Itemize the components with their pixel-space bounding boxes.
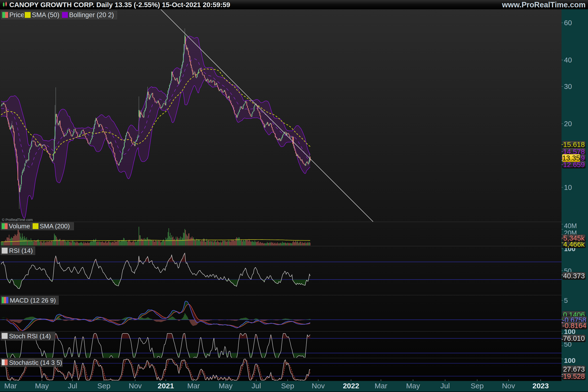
svg-text:-0.8164: -0.8164 — [562, 322, 586, 330]
svg-text:© ProRealTime.com: © ProRealTime.com — [2, 218, 33, 222]
svg-text:Volume: Volume — [9, 222, 30, 230]
svg-text:May: May — [219, 382, 233, 390]
svg-text:40M: 40M — [564, 222, 577, 230]
svg-text:100: 100 — [564, 357, 576, 364]
svg-text:CANOPY GROWTH CORP. Daily 13.3: CANOPY GROWTH CORP. Daily 13.35 (-2.55%)… — [9, 1, 230, 8]
svg-text:19.528: 19.528 — [563, 372, 585, 380]
svg-text:Nov: Nov — [312, 382, 324, 390]
svg-text:15.618: 15.618 — [563, 141, 585, 148]
svg-text:27.673: 27.673 — [563, 365, 585, 373]
svg-text:60: 60 — [564, 19, 572, 27]
svg-text:Nov: Nov — [502, 382, 515, 390]
svg-text:10: 10 — [564, 184, 572, 191]
svg-text:Mar: Mar — [4, 382, 17, 390]
svg-text:RSI (14): RSI (14) — [9, 247, 33, 254]
svg-text:SMA (200): SMA (200) — [40, 222, 70, 230]
svg-text:Nov: Nov — [128, 382, 142, 390]
svg-text:2022: 2022 — [343, 382, 359, 390]
svg-text:Stochastic (14 3 5): Stochastic (14 3 5) — [9, 359, 62, 366]
svg-text:MACD (12 26 9): MACD (12 26 9) — [10, 297, 56, 304]
svg-text:13.35: 13.35 — [562, 154, 580, 162]
svg-text:5: 5 — [564, 297, 568, 304]
svg-text:Mar: Mar — [187, 382, 200, 390]
svg-text:Stoch RSI (14): Stoch RSI (14) — [9, 332, 51, 340]
svg-text:Bollinger (20 2): Bollinger (20 2) — [69, 11, 114, 18]
svg-text:2023: 2023 — [532, 382, 549, 390]
svg-text:May: May — [406, 382, 420, 390]
svg-text:Jul: Jul — [440, 382, 450, 390]
svg-text:40: 40 — [564, 56, 572, 64]
svg-text:30: 30 — [564, 82, 572, 90]
svg-text:Price: Price — [9, 11, 24, 18]
svg-text:40.373: 40.373 — [563, 272, 585, 280]
svg-text:76.010: 76.010 — [563, 334, 585, 342]
svg-text:20: 20 — [564, 120, 572, 128]
svg-text:www.ProRealTime.com: www.ProRealTime.com — [502, 0, 586, 9]
svg-text:Jul: Jul — [252, 382, 261, 390]
svg-text:Sep: Sep — [471, 382, 484, 390]
svg-text:Jul: Jul — [68, 382, 77, 390]
svg-text:May: May — [35, 382, 49, 390]
svg-text:Sep: Sep — [281, 382, 294, 390]
svg-text:2021: 2021 — [158, 382, 174, 390]
svg-text:Mar: Mar — [374, 382, 387, 390]
svg-text:Sep: Sep — [97, 382, 110, 390]
svg-text:SMA (50): SMA (50) — [32, 11, 60, 18]
svg-text:5,345k: 5,345k — [563, 234, 585, 242]
